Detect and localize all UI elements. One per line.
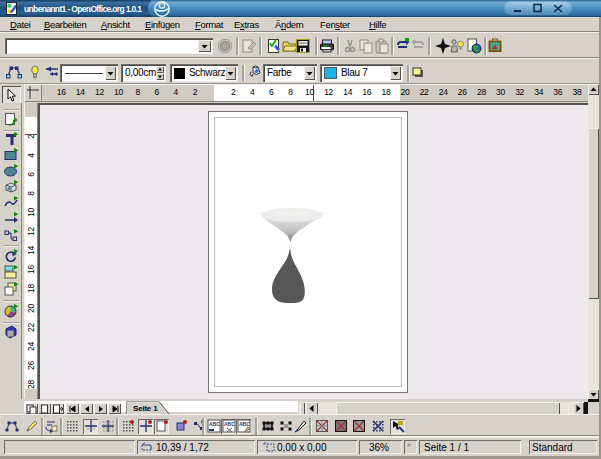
svg-text:ABC: ABC xyxy=(239,421,250,427)
svg-text:ABC: ABC xyxy=(209,421,220,427)
svg-text:ABC: ABC xyxy=(224,421,235,427)
